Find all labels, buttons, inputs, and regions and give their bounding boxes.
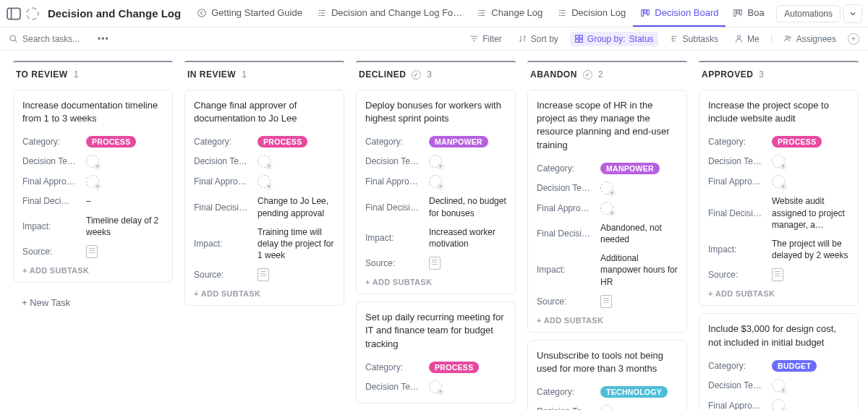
field-value: Declined, no budget for bonuses [429, 195, 506, 218]
assignee-placeholder[interactable] [86, 175, 99, 188]
add-filter-button[interactable]: + [848, 33, 859, 45]
tab-change-log[interactable]: Change Log [469, 0, 550, 27]
column-in-review: IN REVIEW 1 Change final approver of doc… [179, 61, 350, 410]
assignee-placeholder[interactable] [429, 175, 442, 188]
column-name: APPROVED [702, 69, 753, 80]
svg-point-9 [10, 35, 15, 40]
assignee-placeholder[interactable] [258, 155, 271, 168]
assignees-button[interactable]: Assignees [779, 32, 841, 46]
tab-label: Getting Started Guide [211, 7, 302, 18]
column-name: TO REVIEW [16, 69, 68, 80]
add-subtask-button[interactable]: + ADD SUBTASK [537, 312, 678, 326]
card[interactable]: Increase scope of HR in the project as t… [527, 90, 687, 333]
tab-decision-log[interactable]: Decision Log [550, 0, 633, 27]
column-count: 2 [598, 69, 603, 80]
assignee-placeholder[interactable] [772, 155, 785, 168]
tab-getting-started[interactable]: Getting Started Guide [190, 0, 310, 27]
column-count: 1 [242, 69, 247, 80]
field-label: Impact: [194, 239, 252, 249]
add-subtask-button[interactable]: + ADD SUBTASK [365, 273, 506, 288]
me-button[interactable]: Me [730, 32, 764, 46]
field-label: Final Appro… [708, 176, 766, 187]
field-label: Final Appro… [365, 176, 423, 187]
field-value: Change to Jo Lee, pending approval [258, 195, 335, 218]
column-header[interactable]: IN REVIEW 1 [184, 62, 344, 90]
assignee-placeholder[interactable] [86, 155, 99, 168]
column-abandon: ABANDON 2 Increase scope of HR in the pr… [522, 61, 693, 410]
assignee-placeholder[interactable] [600, 181, 613, 195]
assignee-placeholder[interactable] [772, 379, 785, 392]
tab-decision-board[interactable]: Decision Board [633, 0, 726, 27]
list-icon [557, 8, 567, 18]
add-subtask-button[interactable]: + ADD SUBTASK [22, 262, 163, 276]
tabs: Getting Started Guide Decision and Chang… [190, 0, 773, 27]
card[interactable]: Set up daily recurring meeting for IT an… [356, 302, 516, 403]
subtasks-button[interactable]: Subtasks [665, 32, 723, 46]
column-header[interactable]: DECLINED 3 [356, 62, 516, 90]
field-label: Source: [365, 258, 423, 268]
field-value: Abandoned, not needed [600, 222, 678, 245]
assignee-placeholder[interactable] [600, 405, 613, 410]
document-icon[interactable] [600, 295, 612, 308]
add-subtask-button[interactable]: + ADD SUBTASK [194, 285, 335, 299]
document-icon[interactable] [772, 268, 783, 281]
column-approved: APPROVED 3 Increase the project scope to… [693, 61, 864, 410]
assignee-placeholder[interactable] [429, 380, 442, 393]
card[interactable]: Deploy bonuses for workers with highest … [356, 90, 516, 294]
field-label: Source: [708, 270, 766, 280]
field-label: Final Appro… [537, 203, 595, 213]
document-icon[interactable] [86, 245, 98, 258]
add-view-button[interactable]: + View [772, 0, 774, 27]
card[interactable]: Increase the project scope to include we… [699, 90, 859, 306]
card[interactable]: Change final approver of documentation t… [184, 90, 344, 306]
column-header[interactable]: TO REVIEW 1 [13, 62, 173, 90]
chevron-down-icon [848, 9, 857, 18]
automations-button[interactable]: Automations [776, 5, 841, 22]
field-label: Decision Te… [708, 380, 766, 390]
chevron-down-button[interactable] [843, 4, 862, 23]
search-wrap [9, 34, 88, 44]
svg-rect-13 [575, 39, 578, 42]
card[interactable]: Unsubscribe to tools not being used for … [527, 340, 687, 410]
column-header[interactable]: APPROVED 3 [699, 62, 859, 90]
field-label: Final Decisi… [194, 202, 252, 213]
column-count: 3 [759, 69, 764, 80]
assignee-placeholder[interactable] [772, 175, 785, 188]
field-value: The project will be delayed by 2 weeks [772, 238, 849, 261]
svg-rect-3 [642, 9, 644, 16]
field-label: Final Decisi… [708, 208, 766, 218]
page-title: Decision and Change Log [48, 7, 181, 20]
filter-button[interactable]: Filter [465, 32, 506, 46]
assignee-placeholder[interactable] [772, 399, 785, 410]
subtasks-icon [670, 34, 679, 43]
tab-form[interactable]: Decision and Change Log Fo… [310, 0, 469, 27]
column-name: DECLINED [359, 69, 406, 80]
more-icon[interactable]: ••• [95, 33, 112, 46]
assignees-label: Assignees [796, 34, 836, 44]
sort-button[interactable]: Sort by [514, 32, 563, 46]
assignee-placeholder[interactable] [600, 202, 613, 215]
me-label: Me [747, 34, 760, 44]
document-icon[interactable] [429, 257, 441, 270]
new-task-button[interactable]: + New Task [13, 290, 173, 315]
field-label: Final Appro… [22, 176, 80, 187]
field-label: Decision Te… [708, 156, 766, 166]
search-input[interactable] [22, 34, 88, 44]
document-icon[interactable] [258, 268, 269, 281]
loading-icon [25, 6, 41, 22]
card[interactable]: Increase documentation timeline from 1 t… [13, 90, 173, 283]
add-subtask-button[interactable]: + ADD SUBTASK [708, 285, 849, 299]
card[interactable]: Include $3,000 for design cost, not incl… [699, 313, 859, 410]
assignee-placeholder[interactable] [258, 175, 271, 188]
svg-rect-5 [647, 9, 650, 14]
column-header[interactable]: ABANDON 2 [527, 62, 687, 90]
sidebar-toggle-icon[interactable] [6, 6, 22, 22]
tab-label: Boa [747, 7, 764, 18]
column-name: ABANDON [530, 69, 577, 80]
status-check-icon [583, 70, 592, 80]
group-by-button[interactable]: Group by: Status [570, 32, 658, 46]
field-label: Category: [708, 137, 766, 147]
assignee-placeholder[interactable] [429, 155, 442, 168]
tab-boa[interactable]: Boa [726, 0, 771, 27]
card-title: Change final approver of documentation t… [194, 99, 335, 125]
